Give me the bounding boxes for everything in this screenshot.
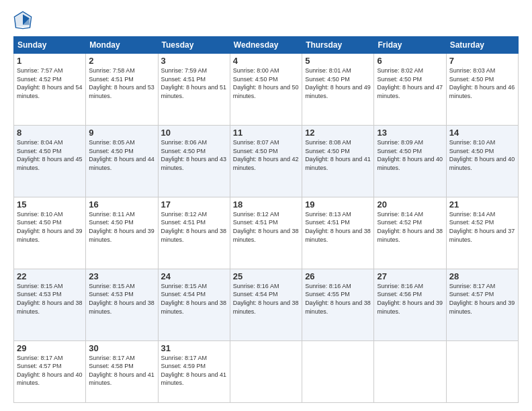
logo [13,11,35,30]
day-number: 12 [305,128,371,138]
calendar-cell: 7Sunrise: 8:03 AMSunset: 4:50 PMDaylight… [446,54,518,126]
day-number: 14 [449,128,515,138]
day-detail: Sunrise: 7:57 AMSunset: 4:52 PMDaylight:… [17,66,83,100]
calendar-cell: 12Sunrise: 8:08 AMSunset: 4:50 PMDayligh… [302,125,374,197]
day-number: 1 [17,56,83,66]
calendar-cell: 18Sunrise: 8:12 AMSunset: 4:51 PMDayligh… [230,197,302,269]
day-detail: Sunrise: 8:08 AMSunset: 4:50 PMDaylight:… [305,138,371,172]
header [13,11,519,30]
day-number: 24 [161,271,227,281]
page: SundayMondayTuesdayWednesdayThursdayFrid… [0,0,532,411]
week-row-4: 22Sunrise: 8:15 AMSunset: 4:53 PMDayligh… [14,269,519,340]
day-header-wednesday: Wednesday [230,37,302,54]
day-detail: Sunrise: 8:02 AMSunset: 4:50 PMDaylight:… [377,66,443,100]
day-detail: Sunrise: 8:15 AMSunset: 4:54 PMDaylight:… [161,282,227,316]
day-detail: Sunrise: 8:16 AMSunset: 4:54 PMDaylight:… [233,282,299,316]
calendar-cell: 28Sunrise: 8:17 AMSunset: 4:57 PMDayligh… [446,269,518,340]
calendar-cell: 16Sunrise: 8:11 AMSunset: 4:50 PMDayligh… [86,197,158,269]
day-detail: Sunrise: 8:17 AMSunset: 4:57 PMDaylight:… [17,354,83,387]
day-number: 8 [17,128,83,138]
calendar-cell: 8Sunrise: 8:04 AMSunset: 4:50 PMDaylight… [14,125,86,197]
day-detail: Sunrise: 8:06 AMSunset: 4:50 PMDaylight:… [161,138,227,172]
day-number: 7 [449,56,515,66]
calendar-cell: 25Sunrise: 8:16 AMSunset: 4:54 PMDayligh… [230,269,302,340]
day-header-sunday: Sunday [14,37,86,54]
day-detail: Sunrise: 8:00 AMSunset: 4:50 PMDaylight:… [233,66,299,100]
day-header-saturday: Saturday [446,37,518,54]
day-number: 16 [89,199,154,210]
calendar-cell: 9Sunrise: 8:05 AMSunset: 4:50 PMDaylight… [86,125,158,197]
calendar-cell: 20Sunrise: 8:14 AMSunset: 4:52 PMDayligh… [374,197,446,269]
day-number: 23 [89,271,154,281]
day-number: 21 [449,199,515,210]
day-number: 19 [305,199,371,210]
calendar-cell: 3Sunrise: 7:59 AMSunset: 4:51 PMDaylight… [158,54,230,126]
calendar-cell [446,340,518,402]
calendar-cell: 21Sunrise: 8:14 AMSunset: 4:52 PMDayligh… [446,197,518,269]
day-detail: Sunrise: 8:13 AMSunset: 4:51 PMDaylight:… [305,210,371,244]
day-number: 10 [161,128,227,138]
calendar-cell: 5Sunrise: 8:01 AMSunset: 4:50 PMDaylight… [302,54,374,126]
week-row-3: 15Sunrise: 8:10 AMSunset: 4:50 PMDayligh… [14,197,519,269]
calendar-cell: 30Sunrise: 8:17 AMSunset: 4:58 PMDayligh… [86,340,158,402]
calendar-cell: 2Sunrise: 7:58 AMSunset: 4:51 PMDaylight… [86,54,158,126]
calendar-cell: 11Sunrise: 8:07 AMSunset: 4:50 PMDayligh… [230,125,302,197]
day-detail: Sunrise: 8:16 AMSunset: 4:55 PMDaylight:… [305,282,371,316]
day-number: 11 [233,128,299,138]
day-detail: Sunrise: 7:58 AMSunset: 4:51 PMDaylight:… [89,66,154,100]
day-number: 5 [305,56,371,66]
calendar-cell [302,340,374,402]
day-detail: Sunrise: 7:59 AMSunset: 4:51 PMDaylight:… [161,66,227,100]
day-detail: Sunrise: 8:14 AMSunset: 4:52 PMDaylight:… [377,210,443,244]
day-number: 20 [377,199,443,210]
calendar-cell: 13Sunrise: 8:09 AMSunset: 4:50 PMDayligh… [374,125,446,197]
calendar-cell: 15Sunrise: 8:10 AMSunset: 4:50 PMDayligh… [14,197,86,269]
calendar-cell: 19Sunrise: 8:13 AMSunset: 4:51 PMDayligh… [302,197,374,269]
day-detail: Sunrise: 8:16 AMSunset: 4:56 PMDaylight:… [377,282,443,316]
day-header-tuesday: Tuesday [158,37,230,54]
day-number: 28 [449,271,515,281]
calendar-cell: 6Sunrise: 8:02 AMSunset: 4:50 PMDaylight… [374,54,446,126]
calendar-cell: 29Sunrise: 8:17 AMSunset: 4:57 PMDayligh… [14,340,86,402]
calendar-cell: 24Sunrise: 8:15 AMSunset: 4:54 PMDayligh… [158,269,230,340]
day-header-monday: Monday [86,37,158,54]
calendar-cell [230,340,302,402]
day-detail: Sunrise: 8:05 AMSunset: 4:50 PMDaylight:… [89,138,154,172]
day-detail: Sunrise: 8:17 AMSunset: 4:57 PMDaylight:… [449,282,515,316]
week-row-2: 8Sunrise: 8:04 AMSunset: 4:50 PMDaylight… [14,125,519,197]
day-detail: Sunrise: 8:04 AMSunset: 4:50 PMDaylight:… [17,138,83,172]
week-row-5: 29Sunrise: 8:17 AMSunset: 4:57 PMDayligh… [14,340,519,402]
day-detail: Sunrise: 8:01 AMSunset: 4:50 PMDaylight:… [305,66,371,100]
calendar-cell: 1Sunrise: 7:57 AMSunset: 4:52 PMDaylight… [14,54,86,126]
day-number: 30 [89,343,154,353]
day-number: 25 [233,271,299,281]
calendar-cell: 23Sunrise: 8:15 AMSunset: 4:53 PMDayligh… [86,269,158,340]
calendar-cell: 14Sunrise: 8:10 AMSunset: 4:50 PMDayligh… [446,125,518,197]
day-detail: Sunrise: 8:12 AMSunset: 4:51 PMDaylight:… [233,210,299,244]
day-detail: Sunrise: 8:10 AMSunset: 4:50 PMDaylight:… [17,210,83,244]
calendar-cell [374,340,446,402]
day-number: 17 [161,199,227,210]
calendar-cell: 27Sunrise: 8:16 AMSunset: 4:56 PMDayligh… [374,269,446,340]
calendar-header-row: SundayMondayTuesdayWednesdayThursdayFrid… [14,37,519,54]
day-detail: Sunrise: 8:14 AMSunset: 4:52 PMDaylight:… [449,210,515,244]
calendar-cell: 17Sunrise: 8:12 AMSunset: 4:51 PMDayligh… [158,197,230,269]
day-number: 4 [233,56,299,66]
day-header-friday: Friday [374,37,446,54]
day-detail: Sunrise: 8:03 AMSunset: 4:50 PMDaylight:… [449,66,515,100]
calendar-cell: 31Sunrise: 8:17 AMSunset: 4:59 PMDayligh… [158,340,230,402]
day-number: 26 [305,271,371,281]
day-number: 27 [377,271,443,281]
calendar-cell: 22Sunrise: 8:15 AMSunset: 4:53 PMDayligh… [14,269,86,340]
calendar-cell: 10Sunrise: 8:06 AMSunset: 4:50 PMDayligh… [158,125,230,197]
day-number: 6 [377,56,443,66]
day-number: 15 [17,199,83,210]
day-detail: Sunrise: 8:11 AMSunset: 4:50 PMDaylight:… [89,210,154,244]
day-detail: Sunrise: 8:17 AMSunset: 4:59 PMDaylight:… [161,354,227,387]
calendar-cell: 26Sunrise: 8:16 AMSunset: 4:55 PMDayligh… [302,269,374,340]
day-detail: Sunrise: 8:15 AMSunset: 4:53 PMDaylight:… [89,282,154,316]
day-detail: Sunrise: 8:15 AMSunset: 4:53 PMDaylight:… [17,282,83,316]
day-number: 31 [161,343,227,353]
day-number: 13 [377,128,443,138]
week-row-1: 1Sunrise: 7:57 AMSunset: 4:52 PMDaylight… [14,54,519,126]
